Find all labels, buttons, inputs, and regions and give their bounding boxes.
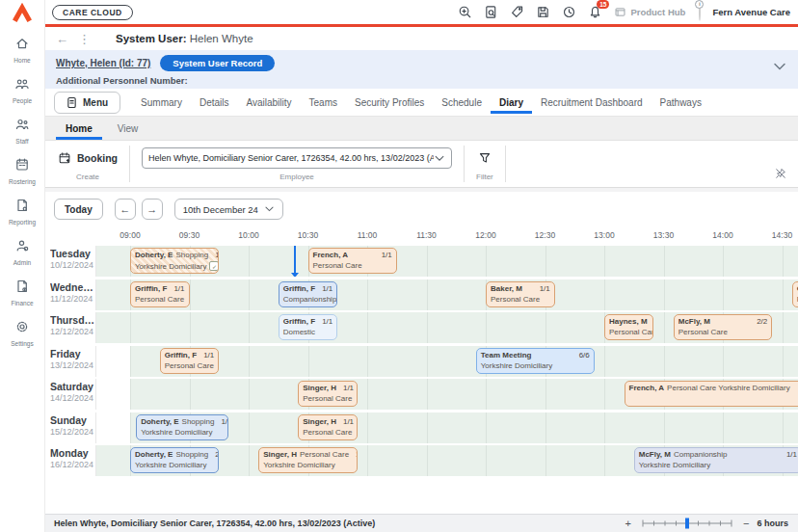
- diary-event[interactable]: Griffin, F1/1Personal Care: [792, 281, 798, 307]
- calendar-row-saturday: Saturday14/12/2024Singer, H1/1Personal C…: [44, 379, 798, 410]
- zoom-icon[interactable]: [458, 5, 472, 19]
- event-detail: Personal Care: [609, 328, 653, 336]
- event-client-name: French, A: [629, 384, 665, 392]
- day-schedule-track[interactable]: Griffin, F1/1Personal CareGriffin, F1/1C…: [96, 279, 798, 310]
- unpin-icon[interactable]: [775, 166, 786, 183]
- gridline: [604, 379, 605, 410]
- diary-event[interactable]: Griffin, F1/1Personal Care: [130, 281, 190, 307]
- date-dropdown[interactable]: 10th December 24: [174, 199, 283, 220]
- diary-event[interactable]: Haynes, M1/1Personal Care: [604, 314, 653, 340]
- event-client-name: Singer, H: [263, 450, 297, 459]
- date-dropdown-value: 10th December 24: [183, 204, 258, 215]
- diary-event[interactable]: Griffin, F1/1Personal Care: [160, 348, 220, 374]
- diary-event[interactable]: French, APersonal Care Yorkshire Domicil…: [625, 381, 798, 407]
- sidebar-item-label: People: [13, 97, 32, 104]
- product-hub-button[interactable]: Product Hub: [614, 6, 685, 18]
- subtab-view[interactable]: View: [108, 119, 148, 140]
- today-button[interactable]: Today: [54, 199, 103, 220]
- gridline: [545, 445, 546, 476]
- gridline: [427, 246, 428, 277]
- sidebar-item-admin[interactable]: Admin: [13, 238, 31, 266]
- additional-personnel-label: Additional Personnel Number:: [56, 75, 786, 86]
- sidebar-item-rostering[interactable]: Rostering: [9, 157, 36, 185]
- user-avatar[interactable]: i: [699, 4, 701, 21]
- sidebar-item-staff[interactable]: Staff: [14, 117, 30, 145]
- tab-details[interactable]: Details: [191, 91, 238, 114]
- availability-band: [96, 279, 798, 310]
- diary-event[interactable]: Doherty, EShopping1/1Yorkshire Domicilia…: [136, 414, 228, 440]
- menu-button[interactable]: Menu: [54, 92, 120, 114]
- day-schedule-track[interactable]: Griffin, F1/1DomesticHaynes, M1/1Persona…: [96, 312, 798, 343]
- event-detail: Yorkshire Domiciliary: [135, 461, 206, 469]
- record-link[interactable]: Whyte, Helen (Id: 77): [56, 58, 150, 68]
- status-bar: Helen Whyte, Domiciliary Senior Carer, 1…: [44, 514, 798, 532]
- zoom-slider-handle: [685, 519, 689, 529]
- tab-summary[interactable]: Summary: [132, 91, 191, 114]
- event-ratio: 1/1: [651, 317, 654, 326]
- sidebar-item-home[interactable]: Home: [13, 36, 30, 64]
- zoom-out-button[interactable]: −: [743, 519, 749, 529]
- diary-event[interactable]: Griffin, F1/1Companionship: [279, 281, 338, 307]
- back-arrow-icon[interactable]: ←: [56, 33, 68, 45]
- day-schedule-track[interactable]: Doherty, EShopping2/2Yorkshire Domicilia…: [96, 445, 798, 476]
- diary-event[interactable]: McFly, MCompanionship1/1Yorkshire Domici…: [634, 447, 798, 473]
- diary-event[interactable]: Doherty, EShopping2/2Yorkshire Domicilia…: [130, 447, 219, 473]
- chevron-down-icon[interactable]: [773, 58, 786, 75]
- record-search-icon[interactable]: [484, 5, 498, 19]
- event-detail: Companionship: [283, 295, 337, 304]
- tab-diary[interactable]: Diary: [491, 91, 532, 114]
- day-label: Sunday15/12/2024: [44, 412, 96, 443]
- diary-event[interactable]: Singer, HPersonal Care1/1Yorkshire Domic…: [258, 447, 358, 473]
- organisation-name: Fern Avenue Care: [712, 7, 790, 17]
- save-icon[interactable]: [536, 5, 550, 19]
- care-cloud-badge[interactable]: CARE CLOUD: [52, 5, 133, 20]
- sidebar-item-label: Finance: [11, 300, 33, 306]
- booking-button[interactable]: Booking: [58, 151, 118, 165]
- diary-event[interactable]: Doherty, EShopping1/1Yorkshire Domicilia…: [130, 248, 219, 274]
- subtab-bar: HomeView: [44, 116, 798, 141]
- subtab-home[interactable]: Home: [56, 119, 102, 140]
- filter-button[interactable]: [478, 146, 492, 171]
- tab-schedule[interactable]: Schedule: [433, 91, 491, 114]
- status-employee-text: Helen Whyte, Domiciliary Senior Carer, 1…: [54, 519, 375, 528]
- tab-pathways[interactable]: Pathways: [652, 91, 710, 114]
- employee-select[interactable]: Helen Whyte, Domiciliary Senior Carer, 1…: [142, 147, 452, 169]
- day-schedule-track[interactable]: Doherty, EShopping1/1Yorkshire Domicilia…: [96, 246, 798, 277]
- diary-event[interactable]: Baker, M1/1Personal Care: [486, 281, 555, 307]
- history-icon[interactable]: [562, 5, 576, 19]
- tab-teams[interactable]: Teams: [301, 91, 346, 114]
- task-check-icon: ✓: [209, 261, 219, 271]
- diary-event[interactable]: McFly, M2/2Personal Care: [674, 314, 773, 340]
- event-ratio: 1/1: [378, 251, 392, 259]
- sidebar-item-settings[interactable]: Settings: [11, 319, 34, 347]
- zoom-in-button[interactable]: +: [625, 519, 631, 529]
- next-arrow-button[interactable]: →: [142, 199, 163, 220]
- notifications-icon[interactable]: 15: [588, 5, 602, 19]
- event-ratio: 1/1: [783, 450, 797, 459]
- day-schedule-track[interactable]: Doherty, EShopping1/1Yorkshire Domicilia…: [96, 412, 798, 443]
- kebab-menu-icon[interactable]: ⋮: [78, 33, 91, 45]
- day-schedule-track[interactable]: Singer, H1/1Personal CareFrench, APerson…: [96, 379, 798, 410]
- tab-recruitment-dashboard[interactable]: Recruitment Dashboard: [532, 91, 652, 114]
- diary-event[interactable]: Griffin, F1/1Domestic: [279, 314, 338, 340]
- tab-security-profiles[interactable]: Security Profiles: [346, 91, 433, 114]
- app-logo-icon[interactable]: [0, 0, 44, 26]
- day-label: Thursday12/12/2024: [44, 312, 96, 343]
- gridline: [130, 379, 131, 410]
- diary-event[interactable]: Singer, H1/1Personal Care: [298, 414, 358, 440]
- diary-event[interactable]: Team Meeting6/6Yorkshire Domiciliary: [476, 348, 595, 374]
- day-label: Monday16/12/2024: [44, 445, 96, 476]
- prev-arrow-button[interactable]: ←: [115, 199, 136, 220]
- diary-event[interactable]: Singer, H1/1Personal Care: [298, 381, 358, 407]
- gridline: [545, 246, 546, 277]
- reporting-icon: [14, 198, 30, 217]
- sidebar-item-reporting[interactable]: Reporting: [9, 198, 36, 226]
- tag-icon[interactable]: [510, 5, 524, 19]
- diary-event[interactable]: French, A1/1Personal Care: [308, 248, 397, 274]
- sidebar-item-finance[interactable]: Finance: [11, 279, 33, 306]
- sidebar-item-people[interactable]: People: [13, 76, 32, 104]
- tab-availability[interactable]: Availability: [237, 91, 300, 114]
- day-schedule-track[interactable]: Griffin, F1/1Personal CareTeam Meeting6/…: [96, 346, 798, 377]
- zoom-slider[interactable]: [639, 517, 735, 530]
- event-detail: Yorkshire Domiciliary: [639, 461, 710, 469]
